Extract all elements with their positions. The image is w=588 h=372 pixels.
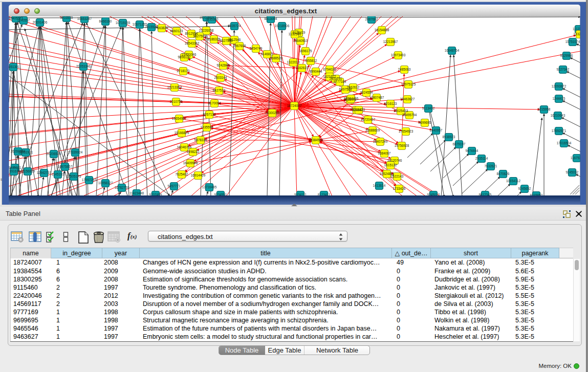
svg-text:13716485: 13716485	[202, 185, 217, 189]
svg-text:12213363: 12213363	[167, 85, 182, 89]
svg-text:8466160: 8466160	[99, 19, 112, 23]
svg-text:8470626: 8470626	[497, 172, 510, 176]
svg-text:9227342: 9227342	[557, 68, 570, 71]
svg-text:9146821: 9146821	[261, 52, 274, 56]
svg-text:15720407: 15720407	[361, 118, 376, 121]
svg-text:16154838: 16154838	[375, 28, 389, 32]
svg-text:3215958: 3215958	[538, 107, 551, 111]
svg-text:21364436: 21364436	[344, 97, 359, 100]
svg-text:11423448: 11423448	[129, 191, 144, 195]
svg-text:8267130: 8267130	[203, 113, 216, 116]
svg-text:1335594: 1335594	[201, 125, 213, 129]
svg-text:1162615: 1162615	[296, 66, 309, 70]
svg-text:20206576: 20206576	[47, 152, 61, 156]
svg-text:19756928: 19756928	[395, 144, 409, 147]
svg-text:23226058: 23226058	[199, 29, 214, 32]
svg-text:2718170: 2718170	[177, 69, 190, 73]
svg-text:9327505: 9327505	[220, 39, 233, 42]
svg-text:19654987: 19654987	[172, 117, 187, 120]
svg-text:5878334: 5878334	[194, 138, 207, 142]
svg-text:10719155: 10719155	[116, 21, 130, 25]
svg-text:9699695: 9699695	[419, 121, 431, 124]
svg-text:9215652: 9215652	[530, 193, 543, 195]
svg-text:9707499: 9707499	[149, 193, 162, 195]
svg-text:6216123: 6216123	[384, 102, 397, 105]
svg-text:17016504: 17016504	[557, 141, 572, 145]
svg-text:1332546: 1332546	[574, 32, 580, 36]
svg-text:10975857: 10975857	[58, 165, 73, 168]
svg-text:16210643: 16210643	[551, 114, 565, 117]
svg-text:9896132: 9896132	[178, 55, 191, 59]
svg-text:1696175: 1696175	[299, 49, 312, 53]
svg-text:2087682: 2087682	[365, 17, 378, 21]
svg-text:17957253: 17957253	[82, 178, 97, 182]
svg-text:7955812: 7955812	[304, 59, 317, 62]
svg-text:10653287: 10653287	[77, 17, 92, 20]
svg-text:1440957: 1440957	[430, 128, 443, 132]
svg-text:10688609: 10688609	[365, 128, 380, 132]
svg-text:2935114: 2935114	[475, 157, 488, 160]
svg-text:17692971: 17692971	[552, 129, 567, 133]
svg-text:10025433: 10025433	[394, 109, 408, 113]
svg-text:16120746: 16120746	[387, 159, 402, 162]
svg-text:18640910: 18640910	[293, 39, 308, 42]
svg-text:16409948: 16409948	[183, 161, 198, 165]
svg-text:10807487: 10807487	[369, 96, 384, 99]
svg-text:12213967: 12213967	[383, 40, 398, 43]
svg-text:16648764: 16648764	[445, 49, 460, 52]
svg-text:18951901: 18951901	[18, 150, 33, 154]
svg-text:8186328: 8186328	[208, 37, 221, 41]
svg-text:9457771: 9457771	[168, 184, 181, 188]
svg-text:19463627: 19463627	[400, 97, 415, 101]
svg-text:12505175: 12505175	[67, 174, 81, 178]
svg-text:12975125: 12975125	[401, 82, 416, 86]
svg-text:1588520: 1588520	[270, 56, 282, 60]
svg-text:7625402: 7625402	[176, 172, 188, 176]
svg-text:19384554: 19384554	[309, 138, 323, 142]
svg-text:10958127: 10958127	[98, 181, 113, 185]
svg-text:1322013: 1322013	[287, 60, 300, 64]
svg-text:17339924: 17339924	[68, 150, 83, 154]
svg-text:9327509: 9327509	[193, 34, 206, 38]
svg-text:2522143: 2522143	[391, 174, 404, 178]
svg-text:1498222: 1498222	[187, 150, 200, 154]
svg-text:12942737: 12942737	[37, 171, 52, 174]
svg-text:1112345: 1112345	[573, 27, 580, 31]
svg-text:9635001: 9635001	[9, 166, 21, 169]
svg-text:8123411: 8123411	[318, 193, 331, 195]
svg-text:10654112: 10654112	[506, 179, 520, 183]
svg-text:1035380: 1035380	[206, 17, 219, 21]
svg-text:19218906: 19218906	[275, 24, 290, 28]
svg-text:9203519: 9203519	[60, 16, 73, 19]
svg-text:1145193: 1145193	[52, 172, 64, 176]
svg-text:1132546: 1132546	[289, 32, 301, 36]
svg-text:19166825: 19166825	[175, 131, 189, 135]
svg-text:1733426: 1733426	[393, 187, 406, 190]
svg-text:2051301: 2051301	[9, 65, 20, 69]
svg-text:3024554: 3024554	[360, 91, 373, 94]
svg-text:1240557: 1240557	[17, 18, 30, 22]
svg-text:16543362: 16543362	[185, 41, 200, 45]
svg-text:2386372: 2386372	[353, 108, 365, 112]
svg-text:1615132: 1615132	[384, 163, 397, 167]
svg-text:8427512: 8427512	[213, 89, 226, 92]
svg-text:16046766: 16046766	[177, 145, 192, 149]
svg-text:10973493: 10973493	[391, 53, 406, 57]
svg-text:9245652: 9245652	[518, 187, 531, 190]
svg-text:12093872: 12093872	[552, 84, 567, 88]
svg-text:8660123: 8660123	[170, 29, 183, 33]
svg-text:1167534: 1167534	[571, 156, 580, 160]
svg-text:9113402: 9113402	[422, 106, 435, 110]
svg-text:18300295: 18300295	[265, 111, 280, 115]
svg-text:8813054: 8813054	[265, 17, 277, 20]
svg-text:9334111: 9334111	[294, 193, 307, 195]
svg-text:9474444: 9474444	[466, 149, 478, 152]
svg-text:7835724: 7835724	[228, 24, 241, 28]
svg-text:18724007: 18724007	[287, 104, 302, 107]
svg-text:3454749: 3454749	[250, 47, 263, 50]
svg-text:9234551: 9234551	[214, 193, 227, 195]
svg-text:9384067: 9384067	[378, 151, 391, 155]
svg-text:9242845: 9242845	[217, 63, 230, 67]
svg-text:9245012: 9245012	[427, 193, 440, 195]
svg-text:20053346: 20053346	[76, 64, 91, 68]
